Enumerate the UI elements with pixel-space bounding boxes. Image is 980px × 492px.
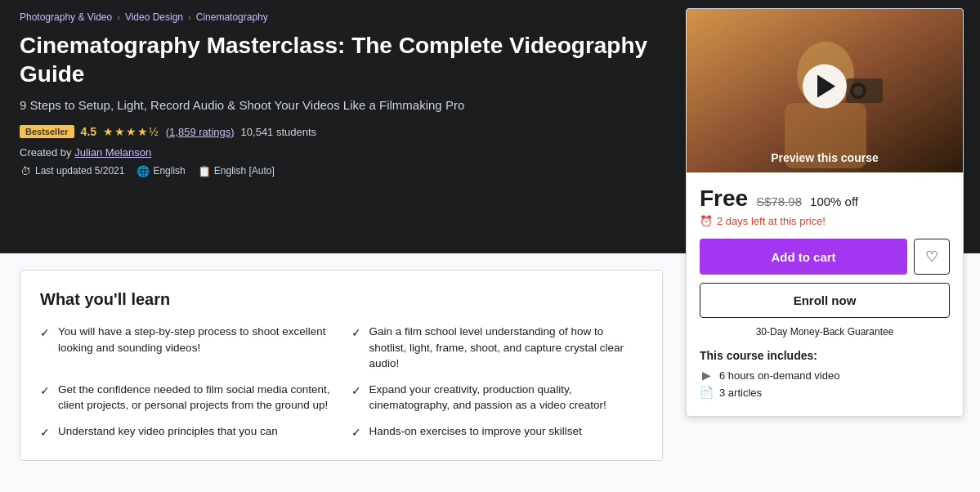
check-icon-1: ✓ [351,324,361,341]
cart-row: Add to cart ♡ [700,239,950,275]
content-left: What you'll learn ✓ You will have a step… [20,270,663,461]
language-meta: 🌐 English [137,165,185,177]
money-back-text: 30-Day Money-Back Guarantee [700,326,950,338]
globe-icon: 🌐 [137,165,149,177]
course-subtitle: 9 Steps to Setup, Light, Record Audio & … [20,96,673,114]
breadcrumb-sep1: › [117,12,120,22]
learn-item-1: ✓ Gain a film school level understanding… [351,324,643,372]
learn-text-2: Get the confidence needed to film social… [58,382,332,414]
meta-row: ⏱ Last updated 5/2021 🌐 English 📋 Englis… [20,165,673,177]
urgency-label: 2 days left at this price! [717,215,826,227]
video-icon: ▶ [700,369,713,382]
preview-thumbnail[interactable]: Preview this course [687,9,963,172]
created-by: Created by Julian Melanson [20,146,673,159]
breadcrumb-sep2: › [188,12,191,22]
article-icon: 📄 [700,386,713,399]
wishlist-button[interactable]: ♡ [914,239,950,275]
language-text: English [153,165,185,177]
breadcrumb-video-design[interactable]: Video Design [125,11,183,23]
urgency-text: ⏰ 2 days left at this price! [700,215,950,227]
breadcrumb-cinematography[interactable]: Cinematography [196,11,268,23]
sidebar-body: Free S$78.98 100% off ⏰ 2 days left at t… [687,172,963,416]
check-icon-5: ✓ [351,424,361,441]
bestseller-badge: Bestseller [20,125,74,138]
instructor-link[interactable]: Julian Melanson [74,146,151,159]
rating-score: 4.5 [81,125,96,138]
learn-item-2: ✓ Get the confidence needed to film soci… [40,382,332,414]
include-article-text: 3 articles [719,387,762,399]
created-by-label: Created by [20,146,72,159]
add-to-cart-button[interactable]: Add to cart [700,239,907,275]
check-icon-2: ✓ [40,382,50,399]
learn-item-0: ✓ You will have a step-by-step process t… [40,324,332,372]
learn-grid: ✓ You will have a step-by-step process t… [40,324,642,441]
check-icon-0: ✓ [40,324,50,341]
heart-icon: ♡ [925,248,938,266]
learn-item-4: ✓ Understand key video principles that y… [40,423,332,441]
rating-row: Bestseller 4.5 ★★★★½ (1,859 ratings) 10,… [20,125,673,138]
learn-section: What you'll learn ✓ You will have a step… [20,270,663,461]
learn-text-5: Hands-on exercises to improve your skill… [369,423,582,440]
captions-text: English [Auto] [214,165,275,177]
include-video: ▶ 6 hours on-demand video [700,369,950,382]
play-triangle [817,75,835,98]
rating-count[interactable]: (1,859 ratings) [166,126,235,138]
breadcrumb-photography[interactable]: Photography & Video [20,11,112,23]
captions-meta: 📋 English [Auto] [199,165,275,177]
preview-label: Preview this course [687,151,963,164]
learn-text-0: You will have a step-by-step process to … [58,324,332,356]
price-row: Free S$78.98 100% off [700,186,950,212]
enroll-now-button[interactable]: Enroll now [700,283,950,318]
header-section: Photography & Video › Video Design › Cin… [0,0,980,253]
header-left: Photography & Video › Video Design › Cin… [20,11,690,177]
include-article: 📄 3 articles [700,386,950,399]
course-includes-title: This course includes: [700,349,950,362]
check-icon-3: ✓ [351,382,361,399]
stars: ★★★★½ [103,125,159,138]
learn-text-4: Understand key video principles that you… [58,423,278,440]
captions-icon: 📋 [199,165,210,177]
svg-point-5 [853,86,863,96]
price-discount: 100% off [810,195,858,208]
breadcrumb: Photography & Video › Video Design › Cin… [20,11,673,23]
price-original: S$78.98 [756,195,802,208]
learn-text-1: Gain a film school level understanding o… [369,324,643,372]
learn-text-3: Expand your creativity, production quali… [369,382,643,414]
check-icon-4: ✓ [40,424,50,441]
price-free: Free [700,186,748,212]
clock-icon: ⏱ [20,165,31,177]
play-button[interactable] [803,65,847,109]
learn-item-5: ✓ Hands-on exercises to improve your ski… [351,423,643,441]
sidebar-card: Preview this course Free S$78.98 100% of… [686,8,964,417]
alarm-icon: ⏰ [700,215,713,227]
students-count: 10,541 students [241,126,317,138]
last-updated: ⏱ Last updated 5/2021 [20,165,124,177]
include-video-text: 6 hours on-demand video [719,369,839,382]
learn-title: What you'll learn [40,290,642,309]
course-title: Cinematography Masterclass: The Complete… [20,31,673,88]
last-updated-text: Last updated 5/2021 [35,165,124,177]
learn-item-3: ✓ Expand your creativity, production qua… [351,382,643,414]
